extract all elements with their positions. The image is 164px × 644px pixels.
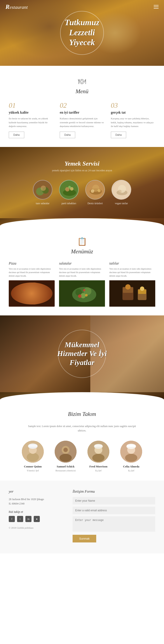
wave-curve (0, 218, 164, 226)
social-icon-instagram[interactable]: in (25, 516, 31, 522)
svg-point-42 (27, 453, 39, 462)
team-grid: Connor Quinn Yönetici Şef Samuel Schick … (9, 441, 155, 472)
svg-rect-45 (28, 444, 37, 447)
food-circle-item-2[interactable]: parti tabakları (59, 180, 79, 205)
team-title: Bizim Takım (9, 411, 155, 418)
team-role-4: Eş Şef (117, 469, 145, 472)
food-service-section: Yemek Servisi yemek siparişleri için lüt… (0, 147, 164, 218)
svg-point-23 (36, 294, 39, 297)
team-member-2: Samuel Schick Restaurant yöneticisi (51, 441, 80, 472)
social-icon-facebook[interactable]: f (9, 516, 15, 522)
feature-btn-2[interactable]: Daha (60, 132, 75, 138)
food-service-title: Yemek Servisi (9, 160, 155, 167)
food-circle-label-4: vegan tatılar (111, 202, 131, 205)
pizza-image (9, 280, 55, 307)
svg-point-13 (97, 189, 101, 192)
follow-title: bizi takip et (9, 510, 64, 514)
avatar-3 (87, 441, 109, 462)
food-circle-salad (33, 180, 53, 200)
team-name-3: Fred Morrison (84, 465, 113, 468)
team-member-4: Celia Almeda Eş Şef (117, 441, 145, 472)
food-circle-item-1[interactable]: taze salatalar (33, 180, 53, 205)
food-circle-label-3: Deniz ürünleri (85, 202, 105, 205)
food-circle-label-1: taze salatalar (33, 202, 53, 205)
dessert-desc: Vero eos et accusamus et iusto odio dign… (109, 267, 155, 278)
team-member-1: Connor Quinn Yönetici Şef (19, 441, 47, 472)
svg-point-49 (63, 448, 68, 452)
team-role-3: Eş Şef (84, 469, 113, 472)
wave-divider-bottom (0, 392, 164, 400)
svg-point-24 (31, 295, 33, 297)
footer-address: 28 Jackson Blvd Ste 1020 ŞikagoIL 60604-… (9, 497, 64, 506)
pizza-title: Pizza (9, 262, 55, 266)
team-name-2: Samuel Schick (51, 465, 80, 468)
feature-title-3: gerçek tat (111, 110, 155, 114)
feature-btn-3[interactable]: Daha (111, 132, 126, 138)
svg-point-33 (83, 289, 85, 291)
menu-feature-3: 03 gerçek tat Karışmış aray ve taze çeki… (111, 101, 155, 138)
svg-point-22 (35, 289, 37, 291)
contact-email-input[interactable] (73, 507, 155, 514)
social-icon-other[interactable]: ● (34, 516, 40, 522)
menu-icon: 🍽 (9, 77, 155, 86)
contact-title: İletişim Formu (73, 489, 155, 494)
food-service-subtitle: yemek siparişleri için lütfen en az 24 s… (9, 169, 155, 172)
hamburger-menu[interactable] (154, 5, 159, 8)
svg-point-40 (140, 286, 144, 291)
svg-point-3 (41, 186, 46, 191)
feature-desc-3: Karışmış aray ve taze çekilmiş biberiye,… (111, 117, 155, 128)
menu-item-salad: salatalar Vero eos et accusamus et iusto… (59, 262, 105, 307)
our-menu-title: Menümüz (9, 248, 155, 255)
hamburger-line (154, 6, 159, 7)
our-menu-section: 📋 Menümüz Pizza Vero eos et accusamus et… (0, 226, 164, 316)
menu-feature-2: 02 en iyi tarifler Kullanıcı deneyiminiz… (60, 101, 104, 138)
social-icon-twitter[interactable]: t (17, 516, 23, 522)
perfect-service-section: Mükemmel Hizmetler Ve İyi Fiyatlar (0, 316, 164, 392)
dessert-image (109, 280, 155, 307)
footer-top: yer 28 Jackson Blvd Ste 1020 ŞikagoIL 60… (9, 489, 155, 542)
menu-feature-1: 01 yüksek kalite En besin ve tatlarım bi… (9, 101, 53, 138)
logo[interactable]: Restaurant (5, 3, 28, 10)
feature-number-3: 03 (111, 101, 155, 110)
svg-point-31 (78, 294, 82, 298)
hero-title: Tutkumuz Lezzetli Yiyecek (0, 18, 164, 48)
social-icons: f t in ● (9, 516, 64, 522)
svg-point-32 (85, 294, 88, 296)
team-member-3: Fred Morrison Eş Şef (84, 441, 113, 472)
contact-message-input[interactable] (73, 516, 155, 532)
feature-btn-1[interactable]: Daha (9, 132, 24, 138)
avatar-4 (120, 441, 142, 462)
perfect-service-title: Mükemmel Hizmetler Ve İyi Fiyatlar (57, 340, 107, 367)
our-menu-icon: 📋 (9, 237, 155, 246)
svg-point-37 (125, 284, 131, 290)
food-circle-label-2: parti tabakları (59, 202, 79, 205)
salad-title: salatalar (59, 262, 105, 266)
food-circle-item-3[interactable]: Deniz ürünleri (85, 180, 105, 205)
menu-title: Menü (9, 88, 155, 95)
svg-point-5 (63, 189, 76, 196)
svg-point-17 (118, 190, 122, 193)
contact-name-input[interactable] (73, 497, 155, 504)
svg-point-51 (92, 454, 104, 462)
team-name-1: Connor Quinn (19, 465, 47, 468)
avatar-2 (55, 441, 77, 462)
svg-point-12 (91, 189, 94, 193)
submit-button[interactable]: Sunmak (73, 535, 96, 542)
svg-point-21 (29, 291, 32, 294)
food-circle-vegan (111, 180, 131, 200)
pizza-desc: Vero eos et accusamus et iusto odio dign… (9, 267, 55, 278)
food-circle-item-4[interactable]: vegan tatılar (111, 180, 131, 205)
feature-title-2: en iyi tarifler (60, 110, 104, 114)
menu-section: 🍽 Menü 01 yüksek kalite En besin ve tatl… (0, 66, 164, 147)
avatar-1 (22, 441, 44, 462)
hamburger-line (154, 5, 159, 6)
svg-point-19 (23, 282, 45, 304)
wave-curve-bottom (0, 392, 164, 400)
salad-desc: Vero eos et accusamus et iusto odio dign… (59, 267, 105, 278)
food-service-content: Yemek Servisi yemek siparişleri için lüt… (9, 160, 155, 205)
wave-divider-top (0, 218, 164, 226)
perfect-service-text: Mükemmel Hizmetler Ve İyi Fiyatlar (57, 340, 107, 367)
footer-left: yer 28 Jackson Blvd Ste 1020 ŞikagoIL 60… (9, 489, 64, 542)
feature-desc-2: Kullanıcı deneyiminizi geliştirmek için … (60, 117, 104, 128)
team-role-2: Restaurant yöneticisi (51, 469, 80, 472)
